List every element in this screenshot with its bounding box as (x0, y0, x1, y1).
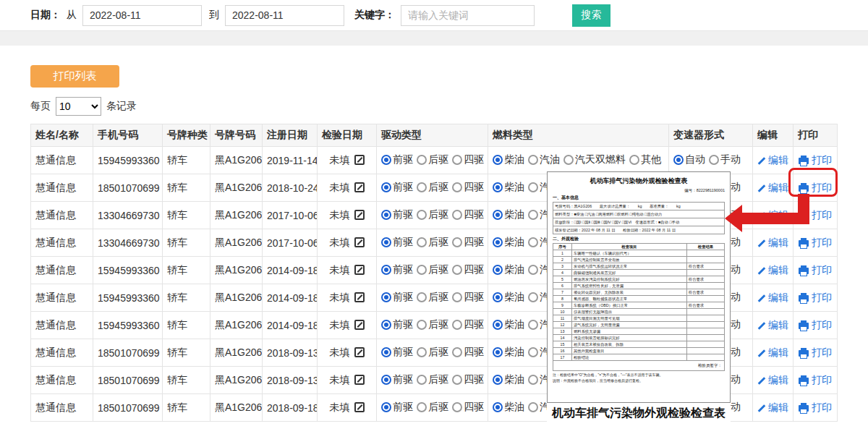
radio-unchecked-icon[interactable] (452, 155, 462, 165)
radio-checked-icon[interactable] (381, 402, 391, 412)
drive-type-option-label: 后驱 (428, 318, 448, 331)
edit-link[interactable]: 编辑 (757, 319, 788, 332)
edit-date-icon[interactable] (354, 265, 365, 275)
radio-checked-icon[interactable] (381, 347, 391, 357)
edit-link[interactable]: 编辑 (757, 374, 788, 387)
radio-unchecked-icon[interactable] (528, 265, 538, 275)
edit-link[interactable]: 编辑 (757, 154, 788, 167)
edit-date-icon[interactable] (354, 320, 365, 330)
radio-unchecked-icon[interactable] (452, 265, 462, 275)
edit-date-icon[interactable] (354, 347, 365, 357)
keyword-input[interactable] (401, 5, 535, 26)
drive-type-option-label: 四驱 (464, 318, 484, 331)
radio-unchecked-icon[interactable] (452, 182, 462, 192)
edit-icon (757, 404, 766, 412)
radio-unchecked-icon[interactable] (417, 155, 427, 165)
radio-checked-icon[interactable] (493, 292, 503, 302)
radio-checked-icon[interactable] (493, 375, 503, 385)
edit-date-icon[interactable] (354, 182, 365, 192)
print-link[interactable]: 打印 (799, 401, 832, 414)
edit-date-icon[interactable] (354, 155, 365, 165)
radio-unchecked-icon[interactable] (417, 347, 427, 357)
print-link[interactable]: 打印 (799, 209, 832, 222)
radio-unchecked-icon[interactable] (452, 210, 462, 220)
radio-checked-icon[interactable] (381, 320, 391, 330)
radio-checked-icon[interactable] (381, 182, 391, 192)
radio-checked-icon[interactable] (381, 155, 391, 165)
radio-unchecked-icon[interactable] (417, 402, 427, 412)
radio-unchecked-icon[interactable] (528, 402, 538, 412)
radio-checked-icon[interactable] (493, 347, 503, 357)
radio-unchecked-icon[interactable] (452, 292, 462, 302)
radio-unchecked-icon[interactable] (417, 265, 427, 275)
radio-unchecked-icon[interactable] (528, 375, 538, 385)
radio-unchecked-icon[interactable] (528, 155, 538, 165)
edit-link[interactable]: 编辑 (757, 264, 788, 277)
radio-checked-icon[interactable] (493, 320, 503, 330)
radio-unchecked-icon[interactable] (563, 155, 574, 165)
edit-link[interactable]: 编辑 (757, 209, 788, 222)
edit-date-icon[interactable] (354, 237, 365, 247)
radio-checked-icon[interactable] (381, 265, 391, 275)
radio-unchecked-icon[interactable] (417, 375, 427, 385)
radio-unchecked-icon[interactable] (629, 155, 639, 165)
edit-link[interactable]: 编辑 (757, 292, 788, 305)
print-list-button[interactable]: 打印列表 (30, 65, 119, 88)
print-link[interactable]: 打印 (799, 374, 832, 387)
table-header-row: 姓名/名称手机号码号牌种类号牌号码注册日期检验日期驱动类型燃料类型变速器形式编辑… (31, 124, 838, 147)
radio-unchecked-icon[interactable] (452, 347, 462, 357)
radio-unchecked-icon[interactable] (417, 210, 427, 220)
radio-checked-icon[interactable] (493, 237, 503, 247)
edit-link[interactable]: 编辑 (757, 182, 788, 195)
radio-unchecked-icon[interactable] (528, 347, 538, 357)
radio-unchecked-icon[interactable] (528, 320, 538, 330)
radio-unchecked-icon[interactable] (452, 320, 462, 330)
per-page-select[interactable]: 10 (56, 97, 101, 116)
cell-drive-type: 前驱后驱四驱 (377, 229, 488, 257)
print-link[interactable]: 打印 (799, 154, 832, 167)
fuel-type-option-label: 汽天双燃料 (575, 153, 626, 166)
edit-date-icon[interactable] (354, 402, 365, 412)
radio-unchecked-icon[interactable] (417, 292, 427, 302)
edit-link[interactable]: 编辑 (757, 237, 788, 250)
radio-unchecked-icon[interactable] (452, 237, 462, 247)
edit-date-icon[interactable] (354, 210, 365, 220)
print-link[interactable]: 打印 (799, 264, 832, 277)
print-link[interactable]: 打印 (799, 319, 832, 332)
radio-unchecked-icon[interactable] (452, 375, 462, 385)
print-link[interactable]: 打印 (799, 182, 832, 195)
print-link[interactable]: 打印 (799, 292, 832, 305)
radio-checked-icon[interactable] (381, 292, 391, 302)
radio-unchecked-icon[interactable] (452, 402, 462, 412)
radio-unchecked-icon[interactable] (528, 292, 538, 302)
search-button[interactable]: 搜索 (572, 4, 610, 27)
date-to-input[interactable] (225, 5, 344, 26)
radio-checked-icon[interactable] (493, 210, 503, 220)
radio-checked-icon[interactable] (493, 155, 503, 165)
radio-checked-icon[interactable] (673, 155, 684, 165)
drive-type-option: 后驱 (417, 153, 448, 166)
radio-unchecked-icon[interactable] (417, 182, 427, 192)
edit-date-icon[interactable] (354, 292, 365, 302)
edit-date-icon[interactable] (354, 375, 365, 385)
radio-unchecked-icon[interactable] (528, 182, 538, 192)
print-link[interactable]: 打印 (799, 346, 832, 359)
radio-checked-icon[interactable] (493, 265, 503, 275)
edit-link[interactable]: 编辑 (757, 401, 788, 414)
radio-unchecked-icon[interactable] (709, 155, 719, 165)
radio-unchecked-icon[interactable] (528, 237, 538, 247)
radio-checked-icon[interactable] (493, 402, 503, 412)
radio-unchecked-icon[interactable] (528, 210, 538, 220)
radio-unchecked-icon[interactable] (417, 237, 427, 247)
radio-checked-icon[interactable] (381, 375, 391, 385)
print-link[interactable]: 打印 (799, 237, 832, 250)
doc-item-no: 8 (553, 296, 572, 302)
cell-name: 慧通信息 (31, 394, 93, 422)
date-from-input[interactable] (82, 5, 202, 26)
edit-link[interactable]: 编辑 (757, 346, 788, 359)
radio-checked-icon[interactable] (493, 182, 503, 192)
radio-unchecked-icon[interactable] (417, 320, 427, 330)
doc-basic-row: 号牌号码：黑A1G206 最大设计总质量： kg 基准质量： kg (553, 203, 724, 210)
radio-checked-icon[interactable] (381, 210, 391, 220)
radio-checked-icon[interactable] (381, 237, 391, 247)
